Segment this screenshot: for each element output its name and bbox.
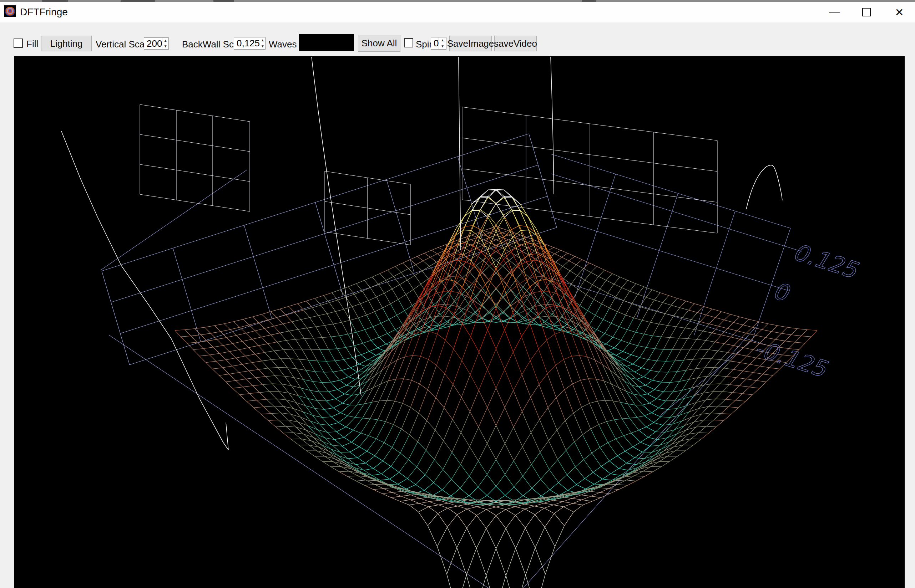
- backwall-scale-value: 0,125: [234, 37, 260, 49]
- spinner-up-icon[interactable]: ▲: [260, 37, 265, 44]
- maximize-icon: [862, 8, 871, 16]
- waves-color-swatch[interactable]: [299, 34, 354, 51]
- fill-checkbox[interactable]: [13, 39, 23, 48]
- spinner-down-icon[interactable]: ▼: [439, 44, 446, 50]
- vertical-scale-spinner[interactable]: 200 ▲▼: [144, 37, 169, 50]
- close-icon: ✕: [895, 6, 904, 19]
- backwall-scale-spinner[interactable]: 0,125 ▲▼: [234, 37, 266, 50]
- toolbar: Fill Lighting Vertical Scale: 200 ▲▼ Bac…: [0, 23, 915, 56]
- spin-checkbox[interactable]: [404, 38, 413, 47]
- lighting-button[interactable]: Lighting: [41, 36, 92, 51]
- title-bar: DFTFringe: [0, 2, 915, 23]
- spin-rate-spinner[interactable]: 0 ▲▼: [431, 37, 447, 50]
- save-image-button[interactable]: SaveImage: [449, 36, 492, 51]
- save-video-button[interactable]: saveVideo: [494, 36, 537, 51]
- minimize-icon: —: [829, 6, 840, 18]
- window-title: DFTFringe: [20, 6, 68, 18]
- vertical-scale-value: 200: [144, 38, 162, 49]
- maximize-button[interactable]: [850, 2, 883, 23]
- waves-label: Waves: [269, 39, 297, 50]
- show-all-button[interactable]: Show All: [358, 35, 400, 52]
- spinner-down-icon[interactable]: ▼: [162, 44, 168, 49]
- app-icon: [4, 5, 16, 17]
- fill-label: Fill: [26, 39, 38, 50]
- close-button[interactable]: ✕: [883, 2, 915, 23]
- spin-rate-value: 0: [431, 37, 439, 49]
- spinner-up-icon[interactable]: ▲: [162, 38, 168, 44]
- spinner-down-icon[interactable]: ▼: [260, 44, 265, 50]
- minimize-button[interactable]: —: [818, 2, 851, 23]
- fringe-rings-icon: [5, 7, 15, 16]
- spinner-up-icon[interactable]: ▲: [439, 37, 446, 44]
- surface-plot-canvas[interactable]: [14, 56, 905, 588]
